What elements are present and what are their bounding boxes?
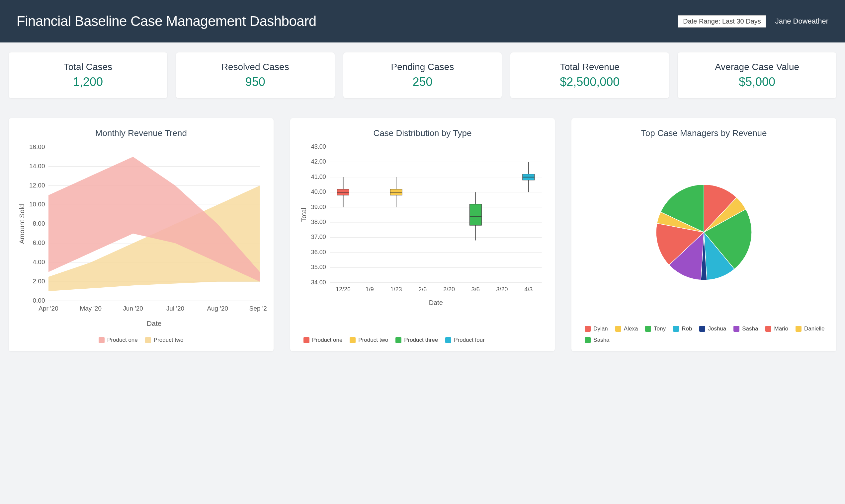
- area-chart: 0.002.004.006.008.0010.0012.0014.0016.00…: [15, 144, 267, 332]
- kpi-card: Total Revenue$2,500,000: [510, 52, 669, 98]
- legend-item[interactable]: Joshua: [699, 325, 726, 332]
- legend-item[interactable]: Product three: [395, 337, 438, 343]
- header-bar: Financial Baseline Case Management Dashb…: [0, 0, 845, 42]
- legend-label: Danielle: [804, 325, 824, 332]
- legend-label: Tony: [654, 325, 666, 332]
- svg-text:37.00: 37.00: [311, 234, 326, 240]
- legend-item[interactable]: Sasha: [585, 337, 609, 343]
- svg-text:41.00: 41.00: [311, 174, 326, 180]
- header-right: Date Range: Last 30 Days Jane Doweather: [678, 15, 828, 28]
- legend-item[interactable]: Alexa: [615, 325, 638, 332]
- svg-text:34.00: 34.00: [311, 279, 326, 286]
- legend-label: Rob: [682, 325, 692, 332]
- box-chart: 34.0035.0036.0037.0038.0039.0040.0041.00…: [297, 144, 548, 309]
- chart-legend: Product oneProduct two: [15, 337, 267, 343]
- case-distribution-card: Case Distribution by Type 34.0035.0036.0…: [290, 118, 555, 352]
- legend-swatch: [99, 337, 105, 343]
- svg-text:39.00: 39.00: [311, 204, 326, 210]
- svg-text:14.00: 14.00: [29, 163, 45, 169]
- svg-text:0.00: 0.00: [33, 297, 45, 304]
- svg-text:35.00: 35.00: [311, 264, 326, 270]
- svg-text:38.00: 38.00: [311, 219, 326, 225]
- legend-item[interactable]: Danielle: [795, 325, 824, 332]
- legend-item[interactable]: Product one: [303, 337, 342, 343]
- legend-item[interactable]: Mario: [765, 325, 788, 332]
- legend-label: Product two: [358, 337, 388, 343]
- legend-label: Alexa: [624, 325, 638, 332]
- svg-text:May '20: May '20: [80, 305, 102, 312]
- svg-rect-63: [470, 204, 481, 226]
- legend-swatch: [615, 326, 621, 332]
- legend-swatch: [699, 326, 705, 332]
- legend-label: Mario: [774, 325, 788, 332]
- legend-item[interactable]: Tony: [645, 325, 666, 332]
- legend-item[interactable]: Product one: [99, 337, 138, 343]
- svg-text:Jun '20: Jun '20: [123, 305, 143, 312]
- svg-text:3/6: 3/6: [472, 286, 480, 293]
- kpi-value: $2,500,000: [514, 75, 666, 89]
- legend-label: Product four: [454, 337, 485, 343]
- svg-text:1/9: 1/9: [366, 286, 374, 293]
- legend-swatch: [585, 326, 591, 332]
- svg-text:10.00: 10.00: [29, 201, 45, 208]
- legend-swatch: [303, 337, 310, 343]
- legend-item[interactable]: Product four: [445, 337, 485, 343]
- kpi-value: 950: [179, 75, 331, 89]
- kpi-card: Pending Cases250: [343, 52, 502, 98]
- legend-item[interactable]: Product two: [145, 337, 183, 343]
- chart-legend: DylanAlexaTonyRobJoshuaSashaMarioDaniell…: [578, 325, 830, 343]
- svg-text:6.00: 6.00: [33, 239, 45, 246]
- legend-swatch: [445, 337, 451, 343]
- legend-item[interactable]: Rob: [673, 325, 692, 332]
- kpi-title: Average Case Value: [681, 62, 833, 72]
- svg-text:4/3: 4/3: [524, 286, 532, 293]
- svg-text:Jul '20: Jul '20: [166, 305, 184, 312]
- kpi-title: Resolved Cases: [179, 62, 331, 72]
- legend-label: Sasha: [742, 325, 758, 332]
- legend-label: Dylan: [593, 325, 608, 332]
- svg-text:Apr '20: Apr '20: [38, 305, 58, 312]
- legend-swatch: [795, 326, 802, 332]
- chart-body: 34.0035.0036.0037.0038.0039.0040.0041.00…: [297, 144, 548, 332]
- chart-body: 0.002.004.006.008.0010.0012.0014.0016.00…: [15, 144, 267, 332]
- kpi-value: 250: [347, 75, 499, 89]
- svg-text:2/6: 2/6: [418, 286, 427, 293]
- legend-swatch: [395, 337, 401, 343]
- svg-text:2/20: 2/20: [443, 286, 455, 293]
- svg-text:Date: Date: [147, 320, 161, 327]
- legend-label: Product three: [404, 337, 438, 343]
- svg-text:40.00: 40.00: [311, 188, 326, 195]
- kpi-title: Total Revenue: [514, 62, 666, 72]
- chart-title: Top Case Managers by Revenue: [578, 128, 830, 138]
- legend-item[interactable]: Dylan: [585, 325, 608, 332]
- kpi-title: Pending Cases: [347, 62, 499, 72]
- legend-swatch: [350, 337, 356, 343]
- svg-text:42.00: 42.00: [311, 158, 326, 165]
- chart-row: Monthly Revenue Trend 0.002.004.006.008.…: [0, 98, 845, 361]
- kpi-card: Resolved Cases950: [176, 52, 335, 98]
- top-case-managers-card: Top Case Managers by Revenue DylanAlexaT…: [571, 118, 837, 352]
- svg-text:12.00: 12.00: [29, 182, 45, 189]
- svg-text:36.00: 36.00: [311, 249, 326, 255]
- kpi-title: Total Cases: [12, 62, 164, 72]
- chart-title: Monthly Revenue Trend: [15, 128, 267, 138]
- svg-text:Date: Date: [429, 299, 443, 306]
- kpi-value: 1,200: [12, 75, 164, 89]
- user-name[interactable]: Jane Doweather: [775, 17, 828, 25]
- svg-text:8.00: 8.00: [33, 220, 45, 227]
- svg-text:Amount Sold: Amount Sold: [18, 204, 25, 244]
- legend-swatch: [765, 326, 771, 332]
- chart-title: Case Distribution by Type: [297, 128, 548, 138]
- legend-item[interactable]: Sasha: [734, 325, 758, 332]
- page-title: Financial Baseline Case Management Dashb…: [17, 13, 316, 29]
- legend-label: Product one: [107, 337, 138, 343]
- svg-text:Total: Total: [300, 208, 307, 222]
- legend-label: Joshua: [708, 325, 726, 332]
- kpi-card: Total Cases1,200: [8, 52, 168, 98]
- date-range-selector[interactable]: Date Range: Last 30 Days: [678, 15, 766, 28]
- kpi-card: Average Case Value$5,000: [677, 52, 837, 98]
- legend-item[interactable]: Product two: [350, 337, 388, 343]
- legend-label: Product one: [312, 337, 342, 343]
- svg-text:16.00: 16.00: [29, 144, 45, 150]
- kpi-value: $5,000: [681, 75, 833, 89]
